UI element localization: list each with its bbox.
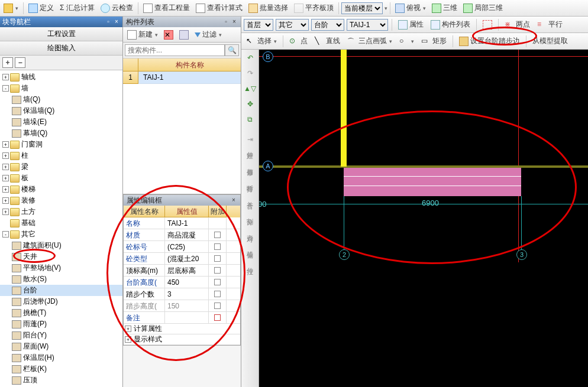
snap-toggle[interactable] [480, 19, 495, 31]
tree-item[interactable]: 基础 [0, 217, 122, 229]
tree-item[interactable]: +土方 [0, 206, 122, 217]
tree-item[interactable]: 后浇带(JD) [0, 296, 122, 307]
tree-toggle[interactable]: + [2, 164, 9, 170]
nav-toggle-button[interactable]: ▾ [1, 2, 21, 14]
tree-item[interactable]: 保温层(H) [0, 352, 122, 363]
tree-item[interactable]: 压顶 [0, 375, 122, 386]
drawing-canvas[interactable]: 00 6900 B A 2 3 [259, 50, 588, 387]
tree-toggle[interactable]: - [2, 85, 9, 92]
tree-item[interactable]: -其它 [0, 229, 122, 240]
batch-select-button[interactable]: 批量选择 [246, 2, 290, 14]
view-qty-button[interactable]: 查看工程量 [141, 2, 192, 14]
trim-button[interactable]: ✂ [243, 149, 257, 163]
tree-item[interactable]: 天井 [0, 251, 122, 262]
tree-item[interactable]: 栏板(K) [0, 363, 122, 375]
tree-toggle[interactable]: + [2, 197, 9, 204]
close-icon[interactable]: × [113, 18, 120, 25]
property-row[interactable]: 砼标号(C25) [124, 241, 240, 253]
break-button[interactable]: ⊟ [243, 165, 257, 180]
tree-item[interactable]: 墙(Q) [0, 94, 122, 105]
property-row[interactable]: 备注 [124, 312, 240, 324]
tree-item[interactable]: +梁 [0, 161, 122, 173]
tree-item[interactable]: 幕墙(Q) [0, 128, 122, 139]
new-component-button[interactable]: 新建▾ [125, 28, 160, 41]
stretch-button[interactable]: ↔ [243, 248, 257, 262]
floor-combo[interactable]: 当前楼层 [341, 2, 383, 14]
collapse-all-button[interactable]: − [15, 57, 25, 68]
tree-toggle[interactable]: - [2, 231, 9, 238]
property-row[interactable]: 台阶高度(450 [124, 277, 240, 288]
floor-select[interactable]: 首层 [244, 19, 273, 31]
tree-item[interactable]: +柱 [0, 150, 122, 161]
property-row[interactable]: 顶标高(m)层底标高 [124, 265, 240, 277]
tree-toggle[interactable]: + [2, 74, 9, 80]
comp-close-icon[interactable]: × [231, 18, 238, 25]
tree-item[interactable]: 散水(S) [0, 274, 122, 285]
circle-tool[interactable]: ○▾ [397, 35, 416, 47]
tree-item[interactable]: +装修 [0, 195, 122, 206]
filter-button[interactable]: 过滤▾ [192, 28, 224, 41]
nav-section-project[interactable]: 工程设置 [0, 27, 122, 41]
tree-item[interactable]: +楼梯 [0, 184, 122, 195]
property-grid[interactable]: 属性名称 属性值 附加 名称TAIJ-1材质商品混凝砼标号(C25)砼类型(混凝… [124, 206, 240, 345]
pin-icon[interactable]: ▫ [105, 18, 112, 25]
delete-component-button[interactable]: ✕ [161, 29, 176, 41]
tree-item[interactable]: 墙垛(E) [0, 116, 122, 128]
plane-top-button[interactable]: 平齐板顶 [292, 2, 336, 14]
tree-item[interactable]: 挑檐(T) [0, 307, 122, 318]
component-grid[interactable]: 构件名称 1TAIJ-1 [123, 58, 241, 194]
select-tool[interactable]: ↖选择▾ [244, 35, 279, 47]
tree-item[interactable]: 台阶 [0, 285, 122, 296]
view-top-button[interactable]: 俯视▾ [393, 2, 428, 14]
undo-button[interactable]: ↶ [243, 51, 257, 65]
redo-button[interactable]: ↷ [243, 66, 257, 80]
property-row[interactable]: 踏步高度(150 [124, 300, 240, 312]
tree-item[interactable]: +板 [0, 173, 122, 184]
display-style-group[interactable]: +显示样式 [124, 334, 240, 345]
subcategory-select[interactable]: 台阶 [311, 19, 344, 31]
tree-item[interactable]: 保温墙(Q) [0, 105, 122, 116]
props-button[interactable]: 属性 [396, 18, 426, 31]
tree-item[interactable]: -墙 [0, 83, 122, 94]
align-button[interactable]: ≑ [243, 215, 257, 229]
calc-props-group[interactable]: +计算属性 [124, 324, 240, 334]
line-tool[interactable]: ╲直线 [312, 35, 343, 47]
tree-item[interactable]: +轴线 [0, 71, 122, 83]
set-step-edge-button[interactable]: 设置台阶踏步边 [457, 35, 522, 47]
cloud-check-button[interactable]: 云检查 [98, 2, 135, 14]
prop-close-icon[interactable]: × [230, 197, 237, 204]
nav-section-draw[interactable]: 绘图输入 [0, 41, 122, 55]
extend-button[interactable]: ⇥ [243, 132, 257, 147]
property-row[interactable]: 砼类型(混凝土20 [124, 253, 240, 265]
sum-calc-button[interactable]: Σ 汇总计算 [57, 2, 97, 14]
view-3d-button[interactable]: 三维 [429, 2, 460, 14]
split-button[interactable]: ⟊ [243, 199, 257, 213]
copy-button[interactable]: ⧉ [243, 112, 257, 126]
mirror-button[interactable]: ▲▽ [243, 82, 257, 96]
tree-item[interactable]: 屋面(W) [0, 341, 122, 352]
tree-item[interactable]: 建筑面积(U) [0, 240, 122, 251]
expand-all-button[interactable]: + [2, 57, 13, 68]
tree-toggle[interactable]: + [2, 152, 9, 159]
search-input[interactable] [125, 44, 225, 56]
tree-item[interactable]: 阳台(Y) [0, 330, 122, 341]
point-tool[interactable]: ⊙点 [287, 35, 310, 47]
copy-component-button[interactable] [177, 29, 191, 41]
rect-tool[interactable]: ▭矩形 [419, 35, 449, 47]
tree-item[interactable]: +门窗洞 [0, 139, 122, 150]
property-row[interactable]: 踏步个数3 [124, 288, 240, 300]
local-3d-button[interactable]: 局部三维 [461, 2, 505, 14]
property-row[interactable]: 材质商品混凝 [124, 229, 240, 241]
arc3-tool[interactable]: ⌒三点画弧▾ [345, 35, 395, 47]
component-select[interactable]: TAIJ-1 [347, 19, 388, 31]
merge-button[interactable]: ⊕ [243, 182, 257, 196]
component-row[interactable]: 1TAIJ-1 [123, 71, 241, 83]
parallel-button[interactable]: ≡平行 [535, 18, 565, 31]
search-button[interactable]: 🔍 [225, 44, 239, 56]
move-button[interactable]: ✥ [243, 97, 257, 111]
tree-toggle[interactable]: + [2, 209, 9, 215]
comp-pin-icon[interactable]: ▫ [222, 18, 230, 25]
define-button[interactable]: 定义 [26, 2, 56, 14]
extract-button[interactable]: 从模型提取 [530, 35, 570, 47]
tree-toggle[interactable]: + [2, 186, 9, 193]
